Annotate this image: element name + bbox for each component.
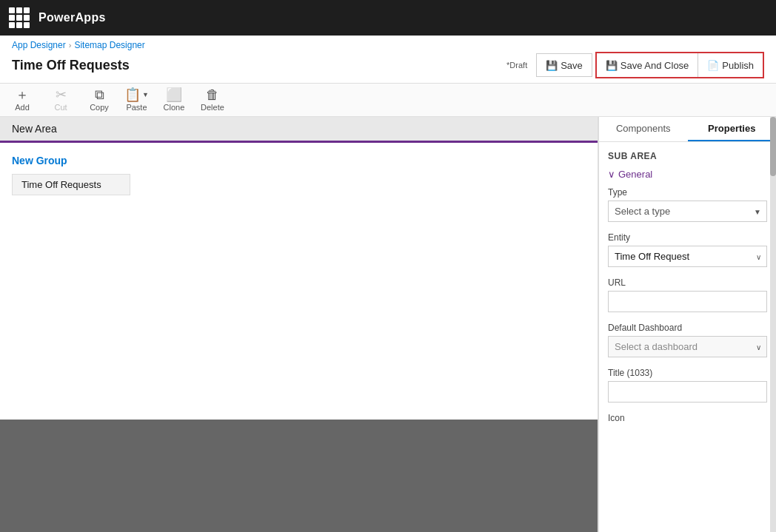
icon-field-group: Icon <box>608 413 767 423</box>
dashboard-label: Default Dashboard <box>608 323 767 333</box>
type-field-group: Type Select a type ▼ <box>608 187 767 222</box>
paste-row: 📋 ▼ <box>124 88 149 101</box>
scrollbar-thumb[interactable] <box>770 117 776 176</box>
main-area: New Area New Group Time Off Requests Com… <box>0 117 776 532</box>
copy-icon: ⧉ <box>95 88 104 101</box>
breadcrumb-app-designer[interactable]: App Designer <box>12 40 66 50</box>
type-label: Type <box>608 187 767 198</box>
dashboard-select-wrapper: Select a dashboard ∨ <box>608 336 767 357</box>
entity-label: Entity <box>608 232 767 243</box>
canvas: New Area New Group Time Off Requests <box>0 117 598 532</box>
save-icon: 💾 <box>546 60 558 71</box>
toolbar-paste[interactable]: 📋 ▼ Paste <box>124 88 149 112</box>
paste-chevron: ▼ <box>142 91 149 98</box>
publish-icon: 📄 <box>707 60 719 71</box>
paste-icon: 📋 <box>124 88 141 101</box>
url-field-group: URL <box>608 277 767 312</box>
header-area: App Designer › Sitemap Designer Time Off… <box>0 36 776 84</box>
dashboard-field-group: Default Dashboard Select a dashboard ∨ <box>608 323 767 357</box>
top-navigation: PowerApps <box>0 0 776 36</box>
save-and-close-button[interactable]: 💾 Save And Close <box>597 53 699 77</box>
canvas-body: New Group Time Off Requests <box>0 143 598 420</box>
entity-field-group: Entity Time Off Request ∨ <box>608 232 767 267</box>
type-select-wrapper: Select a type ▼ <box>608 201 767 222</box>
toolbar-delete[interactable]: 🗑 Delete <box>199 88 226 112</box>
header-actions: *Draft 💾 Save 💾 Save And Close 📄 Publish <box>506 52 764 78</box>
toolbar: ＋ Add ✂ Cut ⧉ Copy 📋 ▼ Paste ⬜ Clone 🗑 D… <box>0 84 776 117</box>
section-title: SUB AREA <box>608 151 767 161</box>
draft-label: *Draft <box>506 61 527 70</box>
entity-select-wrapper: Time Off Request ∨ <box>608 246 767 267</box>
save-close-publish-group: 💾 Save And Close 📄 Publish <box>595 52 764 78</box>
toolbar-add[interactable]: ＋ Add <box>9 88 36 112</box>
title-input[interactable] <box>608 381 767 403</box>
type-select[interactable]: Select a type <box>608 201 767 222</box>
tab-components[interactable]: Components <box>599 117 688 141</box>
general-section-header[interactable]: ∨ General <box>608 169 767 180</box>
app-title: PowerApps <box>39 11 106 24</box>
canvas-bottom-area <box>0 420 598 532</box>
area-header[interactable]: New Area <box>0 117 598 143</box>
page-title: Time Off Requests <box>12 58 130 73</box>
group-header[interactable]: New Group <box>12 155 586 166</box>
url-label: URL <box>608 277 767 288</box>
publish-button[interactable]: 📄 Publish <box>698 53 763 77</box>
panel-content: SUB AREA ∨ General Type Select a type ▼ … <box>599 142 776 532</box>
breadcrumb-separator: › <box>69 41 72 50</box>
breadcrumb: App Designer › Sitemap Designer <box>12 40 764 50</box>
chevron-down-icon: ∨ <box>608 169 615 180</box>
title-field-group: Title (1033) <box>608 368 767 403</box>
entity-select[interactable]: Time Off Request <box>608 246 767 267</box>
url-input[interactable] <box>608 291 767 312</box>
toolbar-copy[interactable]: ⧉ Copy <box>86 88 113 112</box>
clone-icon: ⬜ <box>166 88 182 101</box>
icon-label: Icon <box>608 413 767 423</box>
toolbar-cut: ✂ Cut <box>47 88 74 112</box>
header-row: Time Off Requests *Draft 💾 Save 💾 Save A… <box>12 52 764 78</box>
tab-properties[interactable]: Properties <box>688 117 777 141</box>
waffle-icon[interactable] <box>9 7 30 28</box>
title-label: Title (1033) <box>608 368 767 378</box>
right-panel: Components Properties SUB AREA ∨ General… <box>598 117 776 532</box>
scrollbar[interactable] <box>770 117 776 532</box>
delete-icon: 🗑 <box>206 88 219 101</box>
cut-icon: ✂ <box>56 88 67 101</box>
panel-tabs: Components Properties <box>599 117 776 142</box>
save-button[interactable]: 💾 Save <box>536 53 592 77</box>
dashboard-select[interactable]: Select a dashboard <box>608 336 767 357</box>
add-icon: ＋ <box>16 88 29 101</box>
toolbar-clone[interactable]: ⬜ Clone <box>161 88 187 112</box>
breadcrumb-sitemap-designer[interactable]: Sitemap Designer <box>74 40 144 50</box>
subarea-item[interactable]: Time Off Requests <box>12 174 130 195</box>
save-close-icon: 💾 <box>606 60 618 71</box>
area-label: New Area <box>12 123 57 135</box>
